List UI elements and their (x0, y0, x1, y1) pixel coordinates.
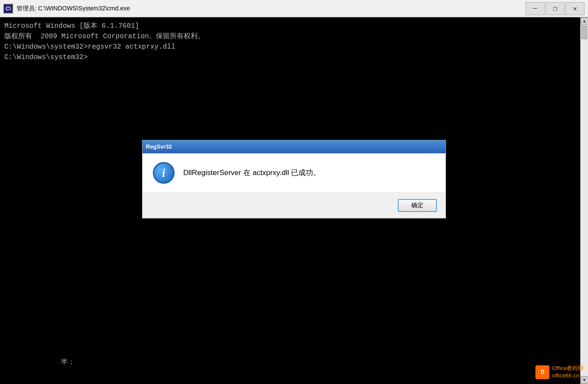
watermark: O Office教程网 office66.cn (535, 365, 584, 380)
bottom-label: 半： (61, 358, 75, 367)
dialog-titlebar: RegSvr32 (142, 140, 446, 153)
scrollbar-track (581, 25, 588, 376)
watermark-icon: O (535, 365, 549, 379)
dialog-message: DllRegisterServer 在 actxprxy.dll 已成功。 (183, 167, 320, 179)
cmd-line: C:\Windows\system32> (4, 52, 576, 63)
cmd-line: 版权所有 2009 Microsoft Corporation。保留所有权利。 (4, 31, 576, 42)
watermark-line2: office66.cn (552, 372, 584, 380)
restore-button[interactable]: ❐ (545, 2, 565, 15)
title-bar: C\ 管理员: C:\WINDOWS\System32\cmd.exe ─ ❐ … (0, 0, 588, 17)
dialog-content: i DllRegisterServer 在 actxprxy.dll 已成功。 (142, 153, 446, 193)
cmd-icon: C\ (3, 4, 13, 13)
scrollbar-thumb[interactable] (581, 26, 587, 39)
dialog-title: RegSvr32 (146, 143, 172, 150)
ok-button[interactable]: 确定 (398, 199, 437, 212)
title-buttons: ─ ❐ ✕ (525, 2, 585, 15)
watermark-text: Office教程网 office66.cn (552, 365, 584, 380)
dialog-footer: 确定 (142, 193, 446, 218)
regsvr32-dialog[interactable]: RegSvr32 i DllRegisterServer 在 actxprxy.… (142, 140, 446, 218)
cmd-line: Microsoft Windows [版本 6.1.7601] (4, 21, 576, 31)
scrollbar[interactable]: ▲ ▼ (580, 17, 588, 384)
scroll-up-button[interactable]: ▲ (581, 17, 588, 25)
close-button[interactable]: ✕ (565, 2, 585, 15)
info-icon: i (153, 162, 175, 184)
watermark-line1: Office教程网 (552, 365, 584, 372)
cmd-line: C:\Windows\system32>regsvr32 actxprxy.dl… (4, 42, 576, 52)
minimize-button[interactable]: ─ (525, 2, 545, 15)
window-title: 管理员: C:\WINDOWS\System32\cmd.exe (17, 5, 525, 13)
